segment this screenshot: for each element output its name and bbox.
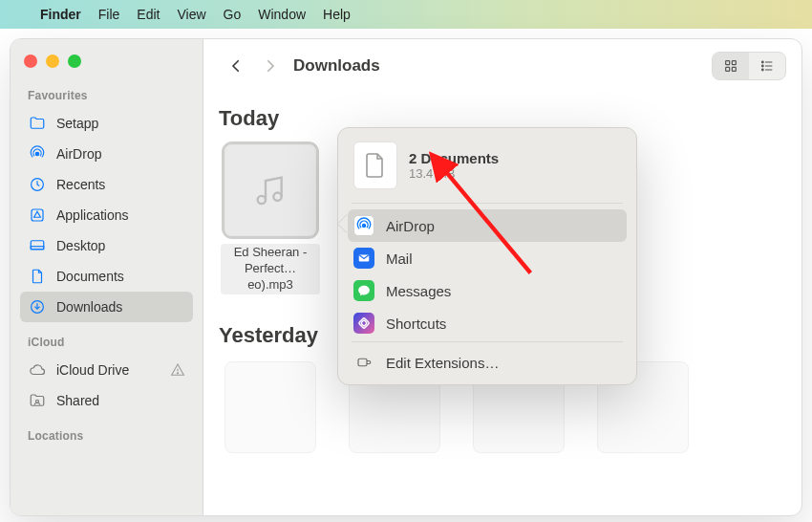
svg-rect-19: [358, 359, 367, 366]
sidebar-item-downloads[interactable]: Downloads: [20, 292, 193, 322]
finder-content: Today Ed Sheeran - Perfect…eo).mp3 Yeste…: [203, 93, 801, 515]
share-popover: 2 Documents 13.4 MB AirDrop Mail: [337, 127, 637, 385]
messages-icon: [353, 280, 374, 301]
sidebar-section-favourites-title: Favourites: [20, 85, 193, 108]
shared-folder-icon: [28, 391, 47, 410]
share-option-airdrop[interactable]: AirDrop: [348, 209, 627, 242]
sidebar-item-label: Shared: [56, 393, 99, 408]
svg-rect-11: [732, 67, 736, 71]
finder-main: Downloads Today: [203, 39, 801, 515]
sidebar-item-setapp[interactable]: Setapp: [20, 108, 193, 139]
file-item-label: Ed Sheeran - Perfect…eo).mp3: [221, 244, 320, 294]
share-separator: [352, 203, 623, 204]
icon-view-button[interactable]: [713, 53, 749, 79]
file-item-placeholder[interactable]: [221, 361, 320, 461]
sidebar-item-label: Setapp: [56, 116, 98, 131]
document-icon: [353, 141, 397, 189]
share-title: 2 Documents: [409, 150, 499, 166]
sidebar-item-label: Recents: [56, 177, 105, 192]
svg-point-13: [762, 65, 764, 67]
minimize-window-button[interactable]: [46, 54, 59, 68]
share-subtitle: 13.4 MB: [409, 166, 499, 181]
downloads-icon: [28, 297, 47, 316]
sidebar-item-label: Documents: [56, 269, 124, 284]
svg-rect-4: [31, 247, 44, 250]
menubar-item-file[interactable]: File: [98, 7, 120, 22]
forward-button[interactable]: [253, 53, 288, 79]
placeholder-file-icon: [224, 361, 316, 453]
location-title: Downloads: [293, 56, 380, 76]
sidebar-item-label: AirDrop: [56, 146, 101, 162]
svg-point-6: [177, 373, 178, 374]
system-menubar: Finder File Edit View Go Window Help: [0, 0, 812, 29]
applications-icon: [28, 206, 47, 225]
sidebar-item-airdrop[interactable]: AirDrop: [20, 139, 193, 169]
window-traffic-lights: [20, 53, 193, 85]
svg-rect-18: [361, 320, 368, 327]
shortcuts-icon: [353, 313, 374, 334]
svg-point-14: [762, 69, 764, 71]
desktop-icon: [28, 236, 47, 255]
svg-point-15: [363, 225, 366, 228]
svg-point-0: [35, 152, 38, 155]
finder-window: Favourites Setapp AirDrop Recents Applic…: [10, 38, 802, 516]
sidebar-section-icloud-title: iCloud: [20, 332, 193, 355]
menubar-app-name[interactable]: Finder: [40, 7, 81, 22]
sidebar-item-label: iCloud Drive: [56, 362, 129, 378]
mail-icon: [353, 248, 374, 269]
sidebar-item-recents[interactable]: Recents: [20, 169, 193, 200]
airdrop-icon: [28, 144, 47, 163]
svg-rect-17: [358, 317, 370, 329]
menubar-item-help[interactable]: Help: [323, 7, 351, 22]
list-view-button[interactable]: [749, 53, 785, 79]
warning-icon: [170, 362, 185, 378]
airdrop-icon: [353, 215, 374, 236]
share-option-shortcuts[interactable]: Shortcuts: [348, 307, 627, 339]
sidebar-item-label: Applications: [56, 207, 129, 223]
svg-rect-8: [726, 61, 730, 65]
sidebar-item-label: Desktop: [56, 238, 105, 253]
sidebar-item-desktop[interactable]: Desktop: [20, 230, 193, 261]
fullscreen-window-button[interactable]: [68, 54, 81, 68]
sidebar-item-applications[interactable]: Applications: [20, 200, 193, 230]
document-icon: [28, 267, 47, 286]
share-option-label: AirDrop: [386, 218, 435, 234]
share-option-label: Mail: [386, 250, 413, 267]
view-mode-segment: [712, 52, 786, 80]
svg-rect-9: [732, 61, 736, 65]
menubar-item-window[interactable]: Window: [258, 7, 306, 22]
music-file-icon: [224, 144, 316, 236]
menubar-item-view[interactable]: View: [177, 7, 205, 22]
sidebar-item-shared[interactable]: Shared: [20, 385, 193, 416]
share-header: 2 Documents 13.4 MB: [348, 138, 627, 201]
menubar-item-go[interactable]: Go: [224, 7, 242, 22]
finder-toolbar: Downloads: [203, 39, 801, 93]
finder-sidebar: Favourites Setapp AirDrop Recents Applic…: [11, 39, 203, 515]
back-button[interactable]: [219, 53, 253, 79]
share-option-mail[interactable]: Mail: [348, 242, 627, 274]
close-window-button[interactable]: [24, 54, 37, 68]
share-separator: [352, 341, 623, 342]
cloud-icon: [28, 360, 47, 380]
svg-rect-3: [31, 241, 44, 250]
sidebar-item-label: Downloads: [56, 299, 122, 315]
sidebar-section-locations-title: Locations: [20, 425, 193, 448]
share-option-label: Messages: [386, 283, 451, 299]
share-footer-label: Edit Extensions…: [386, 355, 499, 371]
share-edit-extensions[interactable]: Edit Extensions…: [348, 348, 627, 377]
sidebar-item-icloud-drive[interactable]: iCloud Drive: [20, 355, 193, 385]
file-item-audio[interactable]: Ed Sheeran - Perfect…eo).mp3: [221, 144, 320, 294]
folder-icon: [28, 114, 47, 133]
svg-point-12: [762, 61, 764, 63]
share-option-messages[interactable]: Messages: [348, 274, 627, 307]
menubar-item-edit[interactable]: Edit: [137, 7, 160, 22]
sidebar-item-documents[interactable]: Documents: [20, 261, 193, 292]
extensions-icon: [353, 354, 374, 371]
clock-icon: [28, 175, 47, 194]
svg-rect-10: [726, 67, 730, 71]
share-option-label: Shortcuts: [386, 315, 446, 332]
